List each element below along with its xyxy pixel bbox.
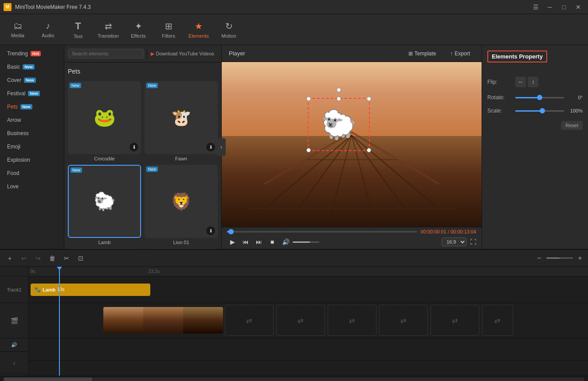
handle-bottom-left[interactable] bbox=[306, 148, 311, 152]
scale-row: Scale: 100% bbox=[487, 108, 583, 114]
element-meme02[interactable]: New 😺 ⬇ bbox=[145, 249, 218, 249]
element-fawn[interactable]: New 🐮 ⬇ bbox=[145, 81, 218, 154]
sidebar-item-cover[interactable]: Cover New bbox=[0, 74, 64, 87]
volume-slider[interactable] bbox=[293, 241, 319, 243]
sidebar-item-emoji[interactable]: Emoji bbox=[0, 140, 64, 153]
toolbar-filters[interactable]: ⊞ Filters bbox=[154, 16, 183, 43]
category-title: Pets bbox=[68, 66, 218, 77]
transition-slot-3[interactable]: ⇄ bbox=[328, 305, 376, 336]
main-toolbar: 🗂 Media ♪ Audio T Text ⇄ Transition ✦ Ef… bbox=[0, 14, 588, 45]
properties-header: Elements Property bbox=[487, 51, 547, 62]
sidebar-item-arrow[interactable]: Arrow bbox=[0, 113, 64, 127]
play-button[interactable]: ▶ bbox=[227, 237, 238, 247]
aspect-ratio-select[interactable]: 16:9 9:16 1:1 bbox=[442, 237, 466, 246]
fawn-download-icon[interactable]: ⬇ bbox=[206, 143, 215, 152]
element-meme01[interactable]: New 🐱 ⬇ bbox=[68, 249, 141, 249]
sidebar-item-food[interactable]: Food bbox=[0, 167, 64, 180]
next-frame-button[interactable]: ⏭ bbox=[254, 237, 264, 247]
lion01-download-icon[interactable]: ⬇ bbox=[206, 226, 215, 235]
transition-icon: ⇄ bbox=[105, 21, 112, 31]
volume-icon[interactable]: 🔊 bbox=[280, 237, 291, 247]
volume-control: 🔊 bbox=[280, 237, 319, 247]
redo-button[interactable]: ↪ bbox=[32, 252, 44, 264]
undo-button[interactable]: ↩ bbox=[18, 252, 30, 264]
toolbar-media[interactable]: 🗂 Media bbox=[4, 16, 32, 43]
zoom-in-button[interactable]: + bbox=[576, 254, 584, 263]
toolbar-transition[interactable]: ⇄ Transition bbox=[94, 16, 122, 43]
element-lion01[interactable]: New 🦁 ⬇ bbox=[145, 165, 218, 238]
sidebar-item-basic[interactable]: Basic New bbox=[0, 60, 64, 74]
ruler-mark-13s: 13.2s bbox=[149, 269, 159, 274]
text-label: Text bbox=[74, 34, 82, 39]
progress-bar[interactable] bbox=[227, 231, 417, 233]
flip-vertical-button[interactable]: ↕ bbox=[528, 77, 538, 87]
panel-collapse-handle[interactable]: › bbox=[217, 138, 226, 156]
toolbar-elements[interactable]: ★ Elements bbox=[184, 16, 213, 43]
zoom-out-button[interactable]: − bbox=[535, 254, 544, 263]
transition-slot-4[interactable]: ⇄ bbox=[379, 305, 428, 336]
minimize-button[interactable]: ─ bbox=[544, 3, 556, 12]
ruler-label-spacer bbox=[0, 267, 28, 276]
stop-button[interactable]: ■ bbox=[267, 237, 278, 247]
zoom-slider[interactable] bbox=[546, 257, 573, 259]
crocodile-download-icon[interactable]: ⬇ bbox=[129, 143, 138, 152]
search-input[interactable] bbox=[68, 49, 144, 58]
lamb-clip-icon: 🐾 bbox=[34, 287, 41, 293]
handle-bottom-right[interactable] bbox=[367, 148, 371, 152]
reset-button[interactable]: Reset bbox=[561, 121, 583, 130]
lamb-clip[interactable]: 🐾 Lamb 13s bbox=[31, 284, 150, 296]
scrollbar-thumb[interactable] bbox=[4, 377, 92, 381]
properties-panel: Elements Property Flip: ↔ ↕ Rotate: 0° S… bbox=[482, 45, 588, 249]
close-button[interactable]: ✕ bbox=[572, 3, 584, 12]
video-thumb-1 bbox=[103, 307, 143, 334]
track-video-row: ⇄ ⇄ ⇄ ⇄ ⇄ ⇄ bbox=[29, 303, 588, 338]
fullscreen-button[interactable]: ⛶ bbox=[470, 238, 476, 245]
timeline-add-button[interactable]: + bbox=[4, 252, 16, 264]
sidebar-item-business[interactable]: Business bbox=[0, 127, 64, 140]
prev-frame-button[interactable]: ⏮ bbox=[240, 237, 251, 247]
element-lamb-wrapper: New 🐑 Lamb bbox=[68, 165, 141, 245]
progress-bar-container: 00:00:00:01 / 00:00:13:04 bbox=[227, 229, 476, 234]
flip-horizontal-button[interactable]: ↔ bbox=[515, 77, 526, 87]
menu-icon[interactable]: ☰ bbox=[529, 3, 542, 12]
sheep-element[interactable]: 🐑 bbox=[317, 105, 361, 144]
element-crocodile[interactable]: New 🐸 ⬇ bbox=[68, 81, 141, 154]
rotate-slider[interactable] bbox=[515, 97, 564, 98]
sidebar-item-trending[interactable]: Trending Hot bbox=[0, 47, 64, 60]
fit-button[interactable]: ⊡ bbox=[74, 252, 87, 264]
sidebar-item-festival[interactable]: Festival New bbox=[0, 87, 64, 100]
transition-slot-2[interactable]: ⇄ bbox=[276, 305, 325, 336]
transition-slot-1[interactable]: ⇄ bbox=[225, 305, 274, 336]
toolbar-motion[interactable]: ↻ Motion bbox=[215, 16, 243, 43]
download-youtube-button[interactable]: ▶ Download YouTube Videos bbox=[147, 49, 218, 58]
main-content: Trending Hot Basic New Cover New Festiva… bbox=[0, 45, 588, 249]
audio-track-icon: 🔊 bbox=[11, 342, 17, 348]
template-button[interactable]: ⊞ Template bbox=[404, 49, 441, 58]
transition-slot-6[interactable]: ⇄ bbox=[482, 305, 513, 336]
video-clip[interactable] bbox=[103, 307, 223, 334]
toolbar-audio[interactable]: ♪ Audio bbox=[34, 16, 62, 43]
element-lamb[interactable]: New 🐑 bbox=[68, 165, 141, 238]
scrollbar-track[interactable] bbox=[4, 377, 584, 381]
handle-top-left[interactable] bbox=[306, 97, 311, 101]
scale-slider[interactable] bbox=[515, 110, 564, 112]
sidebar-item-pets[interactable]: Pets New bbox=[0, 100, 64, 113]
sheep-element-container[interactable]: 🐑 bbox=[317, 105, 361, 144]
handle-rotate[interactable] bbox=[337, 88, 341, 92]
handle-top-right[interactable] bbox=[367, 97, 371, 101]
sidebar-item-explosion[interactable]: Explosion bbox=[0, 153, 64, 167]
maximize-button[interactable]: □ bbox=[558, 3, 570, 12]
lamb-label: Lamb bbox=[68, 240, 141, 245]
cover-badge: New bbox=[24, 78, 36, 83]
toolbar-text[interactable]: T Text bbox=[64, 16, 92, 43]
transition-slot-5[interactable]: ⇄ bbox=[431, 305, 479, 336]
delete-button[interactable]: 🗑 bbox=[46, 252, 59, 264]
cut-button[interactable]: ✂ bbox=[60, 252, 73, 264]
transition-arrow-3: ⇄ bbox=[349, 316, 355, 325]
sidebar-item-love[interactable]: Love bbox=[0, 180, 64, 193]
player-controls: 00:00:00:01 / 00:00:13:04 ▶ ⏮ ⏭ ■ 🔊 bbox=[222, 227, 482, 249]
toolbar-effects[interactable]: ✦ Effects bbox=[124, 16, 153, 43]
lion01-icon: 🦁 bbox=[171, 192, 192, 211]
export-button[interactable]: ↑ Export bbox=[446, 49, 474, 58]
handle-top-rotate[interactable] bbox=[337, 97, 341, 101]
